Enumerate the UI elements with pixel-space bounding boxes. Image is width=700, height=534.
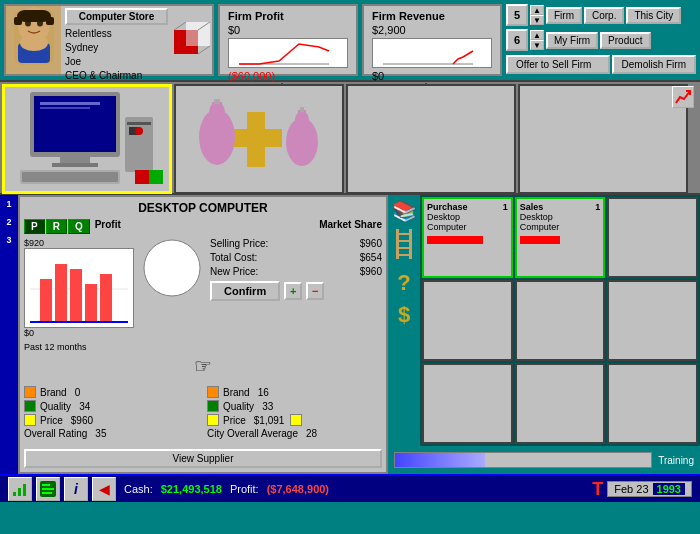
price-increase-button[interactable]: + — [284, 282, 302, 300]
bottom-icon-1[interactable] — [8, 477, 32, 501]
svg-rect-46 — [55, 264, 67, 322]
trending-icon[interactable] — [672, 86, 694, 108]
svg-rect-45 — [40, 279, 52, 322]
slot-sales[interactable]: Sales 1 DesktopComputer — [515, 197, 606, 278]
city-avg-row: City Overall Average 28 — [207, 428, 382, 439]
tab-r[interactable]: R — [46, 219, 67, 234]
overall-label: Overall Rating — [24, 428, 87, 439]
svg-rect-22 — [40, 107, 90, 109]
slot-7[interactable] — [422, 363, 513, 444]
ladder-icon[interactable] — [393, 229, 415, 264]
view-supplier-row: View Supplier — [24, 449, 382, 468]
product-slot-2[interactable] — [174, 84, 344, 194]
company-panel: Computer Store Relentless Sydney Joe CEO… — [4, 4, 214, 76]
price-decrease-button[interactable]: − — [306, 282, 324, 300]
slot-sales-bar — [520, 236, 560, 244]
selling-price-row: Selling Price: $960 — [210, 238, 382, 249]
svg-rect-32 — [149, 170, 163, 184]
svg-rect-30 — [22, 172, 118, 182]
profit-low: $0 — [24, 328, 134, 338]
price2-bar — [290, 414, 302, 426]
this-city-button[interactable]: This City — [626, 7, 681, 24]
price-row: Price $960 — [24, 414, 199, 426]
firm-button[interactable]: Firm — [546, 7, 582, 24]
svg-rect-58 — [13, 492, 16, 496]
ratings-section: Brand 0 Quality 34 Price $960 Overall Ra… — [24, 386, 382, 441]
svg-rect-21 — [40, 102, 100, 105]
corp-button[interactable]: Corp. — [584, 7, 624, 24]
tab-p[interactable]: P — [24, 219, 45, 234]
new-price-value: $960 — [360, 266, 382, 277]
nav-arrows-6: ▲ ▼ — [530, 30, 544, 50]
svg-rect-47 — [70, 269, 82, 322]
bottom-bar: i ◀ Cash: $21,493,518 Profit: ($7,648,90… — [0, 474, 700, 502]
nav-num-6[interactable]: 6 — [506, 29, 528, 51]
slot-3[interactable] — [607, 197, 698, 278]
product-slot-1[interactable] — [2, 84, 172, 194]
bottom-icon-2[interactable] — [36, 477, 60, 501]
nav-up-5[interactable]: ▲ — [530, 5, 544, 15]
slot-4[interactable] — [422, 280, 513, 361]
employee1: Relentless — [65, 27, 168, 41]
new-price-label: New Price: — [210, 266, 258, 277]
demolish-button[interactable]: Demolish Firm — [612, 55, 696, 74]
company-name-button[interactable]: Computer Store — [65, 8, 168, 25]
price-indicator — [24, 414, 36, 426]
nav-num-5[interactable]: 5 — [506, 4, 528, 26]
svg-line-15 — [198, 46, 210, 54]
dollar-icon[interactable]: $ — [398, 302, 410, 328]
confirm-button[interactable]: Confirm — [210, 281, 280, 301]
svg-rect-64 — [42, 492, 52, 494]
nav-down-5[interactable]: ▼ — [530, 15, 544, 25]
slot-sales-product: DesktopComputer — [520, 212, 601, 232]
svg-rect-23 — [60, 157, 90, 163]
svg-rect-56 — [396, 247, 412, 249]
slot-5[interactable] — [515, 280, 606, 361]
firm-revenue-title: Firm Revenue — [372, 10, 492, 22]
svg-rect-62 — [42, 488, 54, 490]
books-icon[interactable]: 📚 — [392, 199, 417, 223]
slot-8[interactable] — [515, 363, 606, 444]
my-firm-button[interactable]: My Firm — [546, 32, 598, 49]
quality2-label: Quality — [223, 401, 254, 412]
brand-value: 0 — [75, 387, 81, 398]
side-num-2: 2 — [6, 217, 11, 227]
brand-label: Brand — [40, 387, 67, 398]
new-price-row: New Price: $960 — [210, 266, 382, 277]
svg-rect-31 — [135, 170, 149, 184]
training-section: Training — [388, 446, 700, 474]
firm-profit-value: $0 — [228, 24, 348, 36]
question-icon[interactable]: ? — [397, 270, 410, 296]
product-slot-3[interactable] — [346, 84, 516, 194]
brand2-value: 16 — [258, 387, 269, 398]
slot-purchase-num: 1 — [503, 202, 508, 212]
price2-row: Price $1,091 — [207, 414, 382, 426]
main-wrapper: 1 2 3 DESKTOP COMPUTER P R Q Profit Mark… — [0, 195, 700, 474]
training-label: Training — [658, 455, 694, 466]
bottom-icon-info[interactable]: i — [64, 477, 88, 501]
svg-rect-6 — [17, 10, 51, 22]
bottom-icon-back[interactable]: ◀ — [92, 477, 116, 501]
nav-down-6[interactable]: ▼ — [530, 40, 544, 50]
slot-6[interactable] — [607, 280, 698, 361]
company-logo — [172, 6, 212, 74]
nav-up-6[interactable]: ▲ — [530, 30, 544, 40]
tab-q[interactable]: Q — [68, 219, 90, 234]
offer-sell-button[interactable]: Offer to Sell Firm — [506, 55, 610, 74]
city-avg-value: 28 — [306, 428, 317, 439]
brand-row: Brand 0 — [24, 386, 199, 398]
selling-price-label: Selling Price: — [210, 238, 268, 249]
employee3: Joe — [65, 55, 168, 69]
cash-value: $21,493,518 — [161, 483, 222, 495]
product-slot-4[interactable] — [518, 84, 688, 194]
slot-9[interactable] — [607, 363, 698, 444]
firm-profit-panel: Firm Profit $0 ($60,000) Past 12 months — [218, 4, 358, 76]
slot-purchase[interactable]: Purchase 1 DesktopComputer — [422, 197, 513, 278]
svg-rect-48 — [85, 284, 97, 322]
view-supplier-button[interactable]: View Supplier — [24, 449, 382, 468]
training-bar-bg — [394, 452, 652, 468]
product-button[interactable]: Product — [600, 32, 650, 49]
total-cost-value: $654 — [360, 252, 382, 263]
products-row — [0, 80, 700, 195]
my-ratings: Brand 0 Quality 34 Price $960 Overall Ra… — [24, 386, 199, 441]
